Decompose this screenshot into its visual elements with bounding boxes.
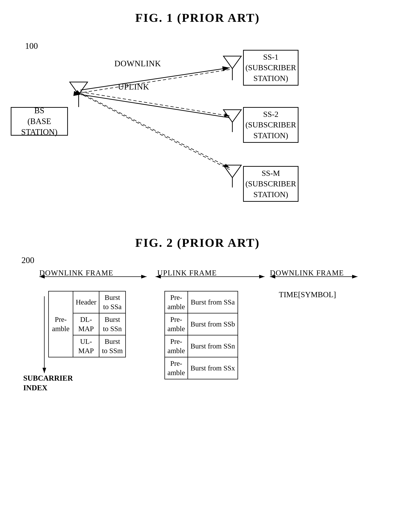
fig1-title: FIG. 1 (PRIOR ART) (0, 0, 395, 25)
dl-preamble: Pre-amble (49, 291, 73, 357)
svg-line-15 (81, 95, 230, 118)
ssm-sub2: STATION) (253, 189, 288, 200)
dl-header: Header (73, 291, 99, 313)
ss2-box: SS-2 (SUBSCRIBER STATION) (243, 107, 298, 143)
bs-label-line1: BS (34, 105, 44, 116)
ss1-box: SS-1 (SUBSCRIBER STATION) (243, 50, 298, 86)
uplink-label: UPLINK (118, 82, 149, 92)
ss2-sub2: STATION) (253, 130, 288, 141)
ul-burst-ssb: Burst from SSb (188, 313, 238, 335)
svg-marker-6 (223, 56, 241, 69)
downlink-frame2-label: DOWNLINK FRAME (270, 269, 344, 277)
ssm-label: SS-M (262, 168, 280, 179)
ssm-box: SS-M (SUBSCRIBER STATION) (243, 166, 298, 202)
ul-burst-ssx: Burst from SSx (188, 357, 238, 379)
svg-line-16 (81, 70, 230, 93)
ul-burst-ssn: Burst from SSn (188, 335, 238, 357)
svg-line-12 (80, 68, 230, 90)
dl-grid: Pre-amble Header Burstto SSa DL-MAP Burs… (48, 291, 126, 357)
bs-label-line2: (BASE STATION) (11, 116, 67, 137)
svg-marker-10 (223, 165, 241, 178)
time-label: TIME[SYMBOL] (279, 290, 336, 299)
ss2-label: SS-2 (263, 109, 279, 119)
dl-map: DL-MAP (73, 313, 99, 335)
dl-burst-ssm: Burstto SSm (99, 335, 126, 357)
ul-preamble-4: Pre-amble (165, 357, 188, 379)
svg-marker-8 (223, 110, 241, 122)
fig1-container: 100 (0, 30, 395, 227)
ss1-label: SS-1 (263, 52, 279, 62)
fig2-container: 200 DOWNLINK FRAME UPLINK F (0, 255, 395, 416)
ul-burst-ssa: Burst from SSa (188, 291, 238, 313)
ssm-sub1: (SUBSCRIBER (245, 179, 296, 189)
fig2-title: FIG. 2 (PRIOR ART) (0, 227, 395, 250)
ss1-sub1: (SUBSCRIBER (245, 62, 296, 73)
ul-map: UL-MAP (73, 335, 99, 357)
ss1-sub2: STATION) (253, 73, 288, 84)
uplink-frame-label: UPLINK FRAME (157, 269, 217, 277)
svg-line-17 (81, 94, 230, 170)
downlink-label: DOWNLINK (114, 59, 161, 68)
dl-burst-ssa: Burstto SSa (99, 291, 126, 313)
ul-preamble-3: Pre-amble (165, 335, 188, 357)
ul-preamble-1: Pre-amble (165, 291, 188, 313)
ss2-sub1: (SUBSCRIBER (245, 119, 296, 130)
downlink-frame-label: DOWNLINK FRAME (39, 269, 113, 277)
bs-box: BS (BASE STATION) (11, 107, 68, 136)
svg-marker-4 (70, 82, 88, 95)
ul-grid: Pre-amble Burst from SSa Pre-amble Burst… (165, 291, 238, 379)
dl-burst-ssn: Burstto SSn (99, 313, 126, 335)
ul-preamble-2: Pre-amble (165, 313, 188, 335)
svg-line-14 (81, 93, 230, 168)
subcarrier-index-label: SUBCARRIERINDEX (23, 373, 73, 393)
